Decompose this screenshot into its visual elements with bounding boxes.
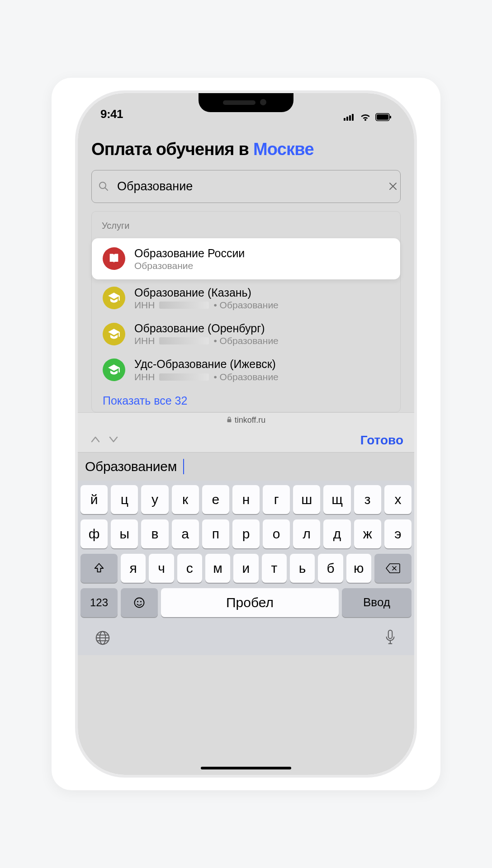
home-indicator[interactable]	[201, 767, 291, 769]
space-key[interactable]: Пробел	[161, 588, 339, 617]
key-и[interactable]: и	[233, 554, 258, 583]
result-item[interactable]: Образование (Оренбург) ИНН • Образование	[92, 316, 400, 352]
key-т[interactable]: т	[262, 554, 287, 583]
key-щ[interactable]: щ	[323, 485, 350, 514]
svg-rect-3	[352, 114, 354, 121]
city-link[interactable]: Москве	[253, 140, 314, 159]
key-п[interactable]: п	[202, 519, 229, 548]
key-я[interactable]: я	[121, 554, 146, 583]
key-ю[interactable]: ю	[346, 554, 371, 583]
result-subtitle: ИНН • Образование	[134, 335, 389, 346]
key-ж[interactable]: ж	[354, 519, 381, 548]
phone-frame: 9:41 Оплата обучения в Москве Услуги	[75, 90, 417, 778]
shift-key[interactable]	[80, 554, 118, 583]
results-panel: Услуги Образование России Образование	[91, 211, 401, 412]
battery-icon	[375, 113, 392, 121]
result-item[interactable]: Образование России Образование	[92, 238, 400, 279]
key-с[interactable]: с	[177, 554, 202, 583]
mic-key[interactable]	[383, 629, 398, 647]
key-ш[interactable]: ш	[293, 485, 320, 514]
cellular-icon	[344, 113, 355, 121]
status-time: 9:41	[100, 107, 123, 121]
svg-point-16	[140, 601, 142, 602]
key-м[interactable]: м	[205, 554, 230, 583]
search-input[interactable]	[92, 170, 400, 203]
wifi-icon	[360, 113, 371, 121]
notch	[199, 93, 293, 112]
clear-icon[interactable]	[381, 181, 392, 192]
result-title: Образование России	[134, 246, 389, 260]
backspace-key[interactable]	[374, 554, 412, 583]
emoji-key[interactable]	[121, 588, 158, 617]
key-е[interactable]: е	[202, 485, 229, 514]
result-title: Образование (Казань)	[134, 286, 389, 300]
predictive-word: Образованием	[85, 459, 177, 474]
key-з[interactable]: з	[354, 485, 381, 514]
result-title: Образование (Оренбург)	[134, 321, 389, 335]
masked-text	[159, 373, 209, 381]
key-э[interactable]: э	[384, 519, 412, 548]
key-г[interactable]: г	[263, 485, 290, 514]
key-х[interactable]: х	[384, 485, 412, 514]
key-о[interactable]: о	[263, 519, 290, 548]
key-к[interactable]: к	[172, 485, 199, 514]
grad-cap-icon	[103, 287, 125, 309]
svg-rect-1	[346, 117, 348, 121]
svg-rect-22	[388, 630, 393, 638]
key-л[interactable]: л	[293, 519, 320, 548]
key-ч[interactable]: ч	[149, 554, 174, 583]
keyboard: йцукенгшщзх фывапролджэ ячсмитьбю 123 Пр…	[78, 481, 414, 655]
key-у[interactable]: у	[141, 485, 168, 514]
enter-key[interactable]: Ввод	[342, 588, 412, 617]
result-subtitle: ИНН • Образование	[134, 300, 389, 311]
svg-point-14	[135, 598, 144, 607]
grad-cap-icon	[103, 323, 125, 345]
key-н[interactable]: н	[232, 485, 260, 514]
key-б[interactable]: б	[318, 554, 343, 583]
svg-rect-5	[377, 114, 388, 120]
key-ф[interactable]: ф	[80, 519, 108, 548]
key-в[interactable]: в	[141, 519, 168, 548]
search-icon	[98, 181, 109, 192]
result-subtitle: ИНН • Образование	[134, 372, 389, 382]
masked-text	[159, 337, 209, 344]
page-title: Оплата обучения в Москве	[91, 139, 401, 160]
search-field[interactable]	[91, 170, 401, 203]
section-heading: Услуги	[92, 212, 400, 237]
text-cursor	[183, 459, 184, 474]
masked-text	[159, 302, 209, 309]
book-icon	[103, 247, 125, 270]
key-а[interactable]: а	[172, 519, 199, 548]
svg-rect-2	[349, 115, 351, 121]
svg-point-15	[137, 601, 138, 602]
predictive-bar[interactable]: Образованием	[78, 453, 414, 481]
result-item[interactable]: Удс-Образование (Ижевск) ИНН • Образован…	[92, 352, 400, 387]
grad-cap-icon	[103, 359, 125, 381]
lock-icon	[227, 415, 232, 425]
key-й[interactable]: й	[80, 485, 108, 514]
svg-rect-0	[344, 118, 345, 121]
key-д[interactable]: д	[323, 519, 350, 548]
key-ь[interactable]: ь	[290, 554, 315, 583]
result-item[interactable]: Образование (Казань) ИНН • Образование	[92, 280, 400, 316]
show-all-link[interactable]: Показать все 32	[92, 388, 400, 412]
result-title: Удс-Образование (Ижевск)	[134, 357, 389, 371]
numbers-key[interactable]: 123	[80, 588, 118, 617]
next-button[interactable]	[107, 434, 120, 446]
key-ы[interactable]: ы	[111, 519, 138, 548]
result-subtitle: Образование	[134, 260, 389, 271]
done-button[interactable]: Готово	[360, 433, 403, 448]
key-ц[interactable]: ц	[111, 485, 138, 514]
prev-button[interactable]	[89, 434, 102, 446]
key-р[interactable]: р	[232, 519, 260, 548]
svg-line-8	[105, 188, 108, 191]
address-bar: tinkoff.ru	[78, 412, 414, 428]
svg-rect-11	[227, 419, 231, 422]
keyboard-nav-bar: Готово	[78, 428, 414, 453]
svg-rect-6	[390, 116, 391, 118]
globe-key[interactable]	[94, 629, 111, 646]
